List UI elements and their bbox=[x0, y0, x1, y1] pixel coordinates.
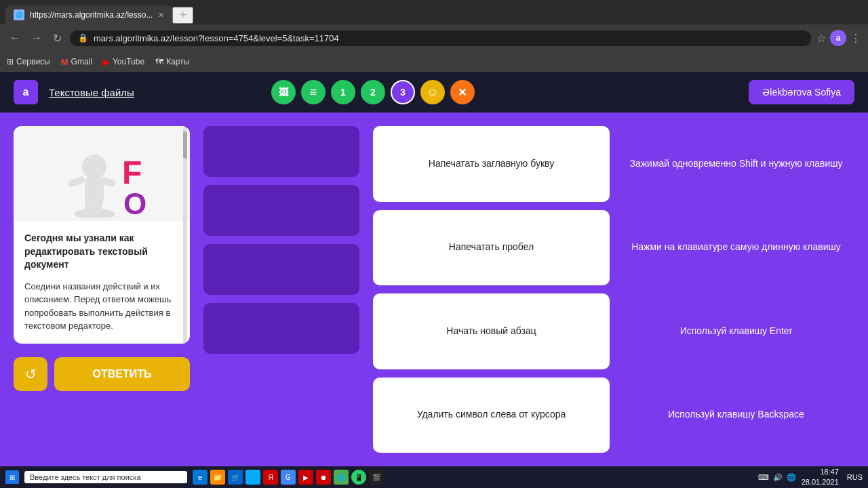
answer-card-5[interactable]: Начать новый абзац bbox=[373, 293, 610, 369]
nav-icons-right: ☆ a ⋮ bbox=[816, 30, 861, 46]
svg-rect-6 bbox=[94, 201, 102, 216]
address-text: mars.algoritmika.az/lesson?lesson=4754&l… bbox=[94, 33, 803, 43]
progress-step-7[interactable]: ✕ bbox=[450, 80, 475, 104]
youtube-label: YouTube bbox=[113, 57, 144, 66]
forward-button[interactable]: → bbox=[28, 29, 45, 47]
taskbar-system-icons: ⌨ 🔊 🌐 bbox=[758, 473, 796, 482]
answer-text-1: Напечатать заглавную букву bbox=[429, 157, 554, 171]
answer-card-2[interactable]: Зажимай одновременно Shift и нужную клав… bbox=[618, 126, 854, 202]
text-block: Сегодня мы узнали как редактировать текс… bbox=[14, 221, 190, 344]
taskbar-browser-icon[interactable]: 🌐 bbox=[245, 470, 260, 485]
start-button[interactable]: ⊞ bbox=[5, 470, 19, 484]
user-profile-label: Əlekbərova Sofiya bbox=[762, 87, 841, 98]
svg-text:F: F bbox=[122, 155, 142, 190]
bookmarks-bar: ⊞ Сервисы M Gmail ▶ YouTube 🗺 Карты bbox=[0, 52, 868, 72]
middle-panel bbox=[203, 126, 359, 453]
current-date: 28.01.2021 bbox=[802, 477, 839, 487]
menu-icon[interactable]: ⋮ bbox=[850, 32, 861, 45]
taskbar-chrome-icon[interactable]: 🌐 bbox=[334, 470, 349, 485]
windows-icon: ⊞ bbox=[9, 474, 15, 481]
left-actions: ↺ ОТВЕТИТЬ bbox=[14, 350, 190, 398]
taskbar-yandex-icon[interactable]: Я bbox=[263, 470, 278, 485]
answer-label: ОТВЕТИТЬ bbox=[93, 368, 152, 380]
reset-button[interactable]: ↺ bbox=[14, 357, 47, 391]
bookmark-services[interactable]: ⊞ Сервисы bbox=[7, 57, 50, 66]
content-area: F O Сегодня мы узнали как редактировать … bbox=[0, 113, 868, 466]
svg-rect-5 bbox=[85, 201, 93, 216]
progress-step-2[interactable]: ≡ bbox=[301, 80, 326, 104]
progress-icons: 🖼 ≡ 1 2 3 ☺ ✕ bbox=[271, 80, 475, 104]
figure-svg: F O bbox=[47, 129, 156, 218]
answer-card-6[interactable]: Используй клавишу Enter bbox=[618, 293, 854, 369]
app-logo: a bbox=[14, 80, 38, 104]
taskbar-search-text: Введите здесь текст для поиска bbox=[30, 473, 141, 481]
address-bar[interactable]: 🔒 mars.algoritmika.az/lesson?lesson=4754… bbox=[70, 30, 811, 46]
answer-text-5: Начать новый абзац bbox=[446, 325, 536, 338]
answer-text-3: Напечатать пробел bbox=[449, 241, 534, 254]
lesson-image: F O bbox=[14, 126, 190, 221]
taskbar-store-icon[interactable]: 🛒 bbox=[228, 470, 243, 485]
svg-rect-3 bbox=[67, 176, 86, 188]
gmail-icon: M bbox=[61, 57, 68, 67]
tab-favicon: 🌐 bbox=[14, 9, 24, 20]
volume-icon: 🔊 bbox=[773, 473, 783, 482]
lesson-body: Соедини названия действий и их описанием… bbox=[24, 280, 179, 333]
taskbar-record-icon[interactable]: ⏺ bbox=[316, 470, 331, 485]
answer-text-4: Нажми на клавиатуре самую длинную клавиш… bbox=[631, 241, 841, 254]
taskbar-edge-icon[interactable]: e bbox=[193, 470, 208, 485]
answer-card-4[interactable]: Нажми на клавиатуре самую длинную клавиш… bbox=[618, 210, 854, 286]
star-icon[interactable]: ☆ bbox=[816, 32, 826, 45]
tab-close-button[interactable]: ✕ bbox=[158, 11, 164, 20]
taskbar-time-display: 18:47 28.01.2021 bbox=[802, 467, 839, 488]
back-button[interactable]: ← bbox=[7, 29, 23, 47]
taskbar-folder-icon[interactable]: 📁 bbox=[210, 470, 225, 485]
keyboard-icon: ⌨ bbox=[758, 473, 769, 482]
taskbar-app-icons: e 📁 🛒 🌐 Я G ▶ ⏺ 🌐 📱 🎬 bbox=[193, 470, 384, 485]
answer-card-8[interactable]: Используй клавишу Backspace bbox=[618, 378, 854, 453]
progress-step-1[interactable]: 🖼 bbox=[271, 80, 296, 104]
network-icon: 🌐 bbox=[787, 473, 796, 482]
browser-chrome: 🌐 https://mars.algoritmika.az/lesso... ✕… bbox=[0, 0, 868, 72]
drag-slot-1[interactable] bbox=[203, 126, 359, 177]
scroll-indicator bbox=[183, 126, 187, 344]
left-panel: F O Сегодня мы узнали как редактировать … bbox=[14, 126, 190, 344]
answer-text-2: Зажимай одновременно Shift и нужную клав… bbox=[630, 157, 843, 171]
taskbar-google-icon[interactable]: G bbox=[281, 470, 296, 485]
bookmark-gmail[interactable]: M Gmail bbox=[61, 57, 92, 67]
right-panel: Напечатать заглавную букву Зажимай однов… bbox=[373, 126, 854, 453]
refresh-button[interactable]: ↻ bbox=[50, 29, 64, 47]
taskbar-youtube-icon[interactable]: ▶ bbox=[298, 470, 313, 485]
user-profile-button[interactable]: Əlekbərova Sofiya bbox=[749, 80, 854, 104]
drag-slot-2[interactable] bbox=[203, 185, 359, 236]
new-tab-button[interactable]: + bbox=[172, 7, 193, 24]
answer-card-7[interactable]: Удалить символ слева от курсора bbox=[373, 378, 610, 453]
taskbar-video-icon[interactable]: 🎬 bbox=[369, 470, 384, 485]
taskbar-lang: RUS bbox=[847, 473, 863, 481]
progress-step-5[interactable]: 3 bbox=[391, 80, 415, 104]
answer-card-3[interactable]: Напечатать пробел bbox=[373, 210, 610, 286]
lesson-title: Сегодня мы узнали как редактировать текс… bbox=[24, 232, 179, 272]
taskbar-search[interactable]: Введите здесь текст для поиска bbox=[24, 471, 187, 483]
bookmark-maps[interactable]: 🗺 Карты bbox=[155, 57, 189, 66]
svg-point-2 bbox=[82, 155, 106, 179]
profile-icon[interactable]: a bbox=[830, 30, 846, 46]
progress-step-4[interactable]: 2 bbox=[361, 80, 385, 104]
bookmark-youtube[interactable]: ▶ YouTube bbox=[103, 57, 144, 67]
progress-step-6[interactable]: ☺ bbox=[420, 80, 445, 104]
answer-button[interactable]: ОТВЕТИТЬ bbox=[54, 357, 190, 391]
answer-card-1[interactable]: Напечатать заглавную букву bbox=[373, 126, 610, 202]
drag-slot-4[interactable] bbox=[203, 303, 359, 354]
progress-step-3[interactable]: 1 bbox=[331, 80, 355, 104]
services-icon: ⊞ bbox=[7, 57, 14, 66]
answer-text-7: Удалить символ слева от курсора bbox=[417, 408, 566, 422]
taskbar: ⊞ Введите здесь текст для поиска e 📁 🛒 🌐… bbox=[0, 466, 868, 488]
scroll-thumb[interactable] bbox=[183, 131, 187, 159]
drag-slot-3[interactable] bbox=[203, 244, 359, 295]
lock-icon: 🔒 bbox=[78, 33, 88, 43]
app-header: a Текстовые файлы 🖼 ≡ 1 2 3 ☺ ✕ Əlekbəro… bbox=[0, 72, 868, 113]
taskbar-whatsapp-icon[interactable]: 📱 bbox=[351, 470, 366, 485]
nav-bar: ← → ↻ 🔒 mars.algoritmika.az/lesson?lesso… bbox=[0, 24, 868, 52]
reset-icon: ↺ bbox=[25, 366, 37, 382]
app-title[interactable]: Текстовые файлы bbox=[49, 87, 134, 98]
active-tab[interactable]: 🌐 https://mars.algoritmika.az/lesso... ✕ bbox=[5, 5, 172, 24]
